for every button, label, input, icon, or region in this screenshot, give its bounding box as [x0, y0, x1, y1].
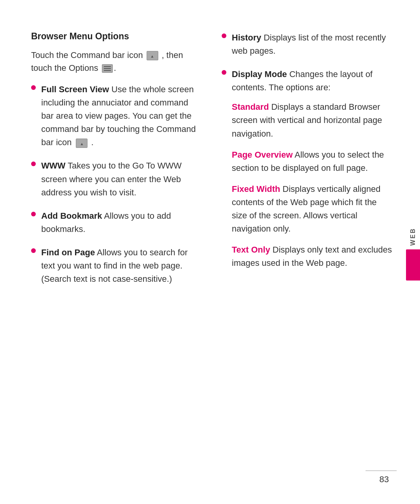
find-on-page-text: Find on Page Allows you to search for te… — [41, 246, 202, 286]
left-bullet-list: Full Screen View Use the whole screen in… — [31, 83, 202, 286]
list-item: WWW Takes you to the Go To WWW screen wh… — [31, 159, 202, 199]
bullet-dot — [31, 85, 36, 90]
bullet-dot — [222, 33, 226, 38]
fixed-width-title: Fixed Width — [232, 184, 280, 194]
history-label: History — [232, 33, 261, 42]
side-tab-bar — [406, 249, 420, 281]
intro-period: . — [114, 63, 116, 73]
page-overview-title: Page Overview — [232, 150, 293, 160]
history-text: History Displays list of the most recent… — [232, 31, 393, 58]
page-divider — [366, 471, 397, 471]
sub-option-fixed-width: Fixed Width Displays vertically aligned … — [232, 183, 393, 235]
list-item: Find on Page Allows you to search for te… — [31, 246, 202, 286]
list-item: Add Bookmark Allows you to add bookmarks… — [31, 209, 202, 236]
sub-option-text-only: Text Only Displays only text and exclude… — [232, 243, 393, 270]
bullet-dot — [31, 248, 36, 253]
command-bar-icon-2 — [76, 139, 88, 148]
intro-line1: Touch the Command bar icon — [31, 50, 143, 60]
left-column: Browser Menu Options Touch the Command b… — [31, 31, 202, 296]
side-tab-label: WEB — [407, 223, 419, 249]
sub-option-standard: Standard Displays a standard Browser scr… — [232, 100, 393, 140]
list-item: History Displays list of the most recent… — [222, 31, 393, 58]
standard-title: Standard — [232, 102, 269, 112]
bullet-dot — [31, 212, 36, 216]
display-mode-text: Display Mode Changes the layout of conte… — [232, 68, 393, 277]
text-only-title: Text Only — [232, 245, 270, 255]
www-label: WWW — [41, 161, 65, 170]
bullet-dot — [222, 70, 226, 75]
full-screen-view-label: Full Screen View — [41, 84, 109, 94]
content-area: Browser Menu Options Touch the Command b… — [31, 31, 393, 296]
add-bookmark-text: Add Bookmark Allows you to add bookmarks… — [41, 209, 202, 236]
display-mode-label: Display Mode — [232, 69, 287, 79]
list-item: Display Mode Changes the layout of conte… — [222, 68, 393, 277]
side-tab: WEB — [406, 223, 420, 280]
add-bookmark-label: Add Bookmark — [41, 211, 102, 221]
page-container: Browser Menu Options Touch the Command b… — [0, 0, 420, 504]
sub-options: Standard Displays a standard Browser scr… — [232, 100, 393, 270]
www-text: WWW Takes you to the Go To WWW screen wh… — [41, 159, 202, 199]
find-on-page-label: Find on Page — [41, 248, 95, 257]
page-number: 83 — [380, 474, 389, 485]
sub-option-page-overview: Page Overview Allows you to select the s… — [232, 148, 393, 175]
right-column: History Displays list of the most recent… — [222, 31, 393, 296]
list-item: Full Screen View Use the whole screen in… — [31, 83, 202, 149]
full-screen-view-text: Full Screen View Use the whole screen in… — [41, 83, 202, 149]
options-icon — [102, 64, 113, 73]
right-bullet-list: History Displays list of the most recent… — [222, 31, 393, 277]
command-bar-icon — [147, 51, 158, 60]
intro-text: Touch the Command bar icon , then touch … — [31, 49, 202, 74]
bullet-dot — [31, 162, 36, 166]
section-title: Browser Menu Options — [31, 31, 202, 42]
